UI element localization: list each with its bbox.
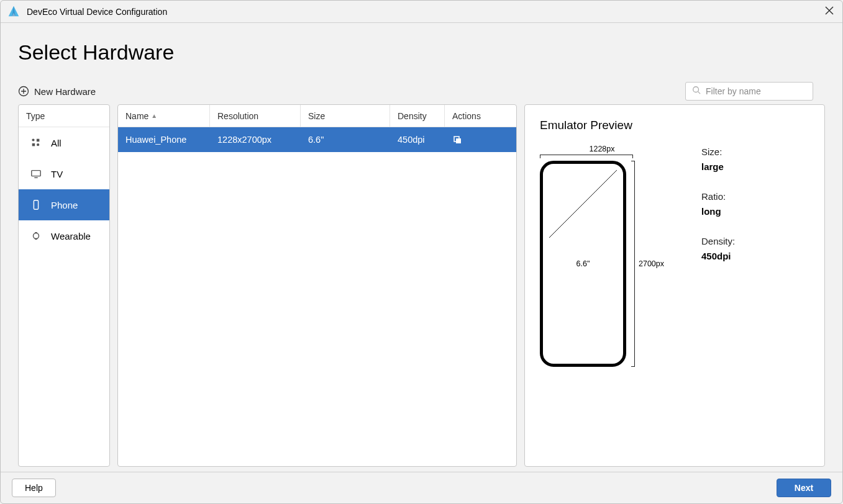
type-label: Phone xyxy=(51,200,78,210)
diagram-diagonal-label: 6.6" xyxy=(575,259,592,268)
device-diagram: 1228px 6.6" 2700px xyxy=(540,145,664,367)
title-bar: DevEco Virtual Device Configuration xyxy=(1,1,842,23)
type-item-all[interactable]: All xyxy=(19,127,109,158)
plus-circle-icon xyxy=(18,86,29,97)
type-item-phone[interactable]: Phone xyxy=(19,189,109,220)
device-table-header: Name ▲ Resolution Size Density Actions xyxy=(118,105,516,127)
type-label: All xyxy=(51,138,62,148)
search-box[interactable] xyxy=(685,82,813,101)
col-resolution[interactable]: Resolution xyxy=(210,105,301,127)
svg-point-2 xyxy=(32,138,34,141)
preview-panel: Emulator Preview 1228px 6.6" xyxy=(524,104,825,467)
close-icon[interactable] xyxy=(822,2,836,20)
device-resolution: 1228x2700px xyxy=(210,135,301,145)
svg-rect-7 xyxy=(34,200,38,209)
phone-icon xyxy=(30,199,42,211)
preview-properties: Size: large Ratio: long Density: 450dpi xyxy=(701,145,735,367)
svg-point-5 xyxy=(37,143,39,146)
device-name: Huawei_Phone xyxy=(118,135,210,145)
search-icon xyxy=(692,86,701,97)
page-title: Select Hardware xyxy=(18,40,825,65)
col-size[interactable]: Size xyxy=(301,105,390,127)
type-item-wearable[interactable]: Wearable xyxy=(19,220,109,251)
device-row[interactable]: Huawei_Phone 1228x2700px 6.6" 450dpi xyxy=(118,127,516,152)
search-input[interactable] xyxy=(706,86,814,96)
tv-icon xyxy=(30,168,42,180)
svg-point-8 xyxy=(34,233,39,239)
type-label: TV xyxy=(51,169,63,179)
svg-rect-4 xyxy=(32,143,35,146)
col-name[interactable]: Name ▲ xyxy=(118,105,210,127)
type-item-tv[interactable]: TV xyxy=(19,158,109,189)
type-header: Type xyxy=(19,105,109,127)
device-table: Name ▲ Resolution Size Density Actions H… xyxy=(117,104,517,467)
new-hardware-button[interactable]: New Hardware xyxy=(18,86,96,97)
device-density: 450dpi xyxy=(390,135,445,145)
preview-title: Emulator Preview xyxy=(540,119,809,132)
device-size: 6.6" xyxy=(301,135,390,145)
col-actions: Actions xyxy=(445,105,516,127)
next-button[interactable]: Next xyxy=(777,479,831,497)
help-button[interactable]: Help xyxy=(12,479,56,497)
col-density[interactable]: Density xyxy=(390,105,445,127)
watch-icon xyxy=(30,230,42,242)
svg-point-1 xyxy=(693,87,699,92)
copy-icon[interactable] xyxy=(452,135,462,145)
app-logo-icon xyxy=(7,5,21,19)
svg-line-11 xyxy=(549,170,617,238)
window-title: DevEco Virtual Device Configuration xyxy=(27,7,167,17)
diagram-height-label: 2700px xyxy=(635,161,664,367)
svg-rect-3 xyxy=(37,139,40,142)
dialog-footer: Help Next xyxy=(1,472,842,503)
svg-rect-10 xyxy=(456,138,461,143)
type-label: Wearable xyxy=(51,231,91,241)
sort-asc-icon: ▲ xyxy=(151,112,157,119)
phone-outline: 6.6" xyxy=(540,161,626,367)
svg-rect-6 xyxy=(32,171,40,176)
category-icon xyxy=(30,137,42,149)
new-hardware-label: New Hardware xyxy=(34,86,96,97)
type-panel: Type All TV Phone xyxy=(18,104,110,467)
diagram-width-label: 1228px xyxy=(540,145,664,153)
